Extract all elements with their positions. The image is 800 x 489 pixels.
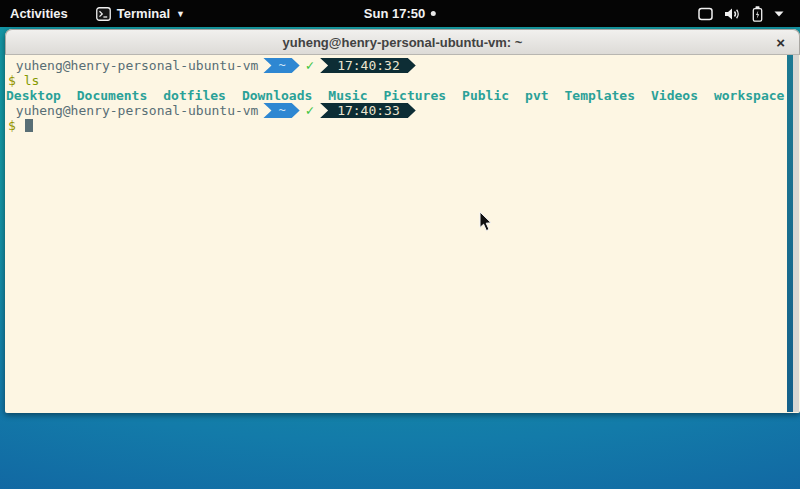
directory-entry: Downloads [242, 88, 312, 103]
system-menu[interactable] [698, 0, 784, 27]
directory-entry: Pictures [383, 88, 446, 103]
directory-entry: Music [328, 88, 367, 103]
shell-prompt: $ [6, 118, 24, 133]
chevron-down-icon [774, 11, 784, 17]
cwd-label: ~ [263, 58, 299, 73]
app-menu-label: Terminal [117, 6, 170, 21]
terminal-line: $ [6, 118, 787, 133]
activities-button[interactable]: Activities [10, 6, 68, 21]
cwd-segment: ~ [263, 103, 299, 118]
status-check-icon: ✓ [306, 103, 314, 118]
clock-button[interactable]: Sun 17:50 [364, 6, 436, 21]
status-check-icon: ✓ [306, 58, 314, 73]
app-menu[interactable]: Terminal ▼ [96, 6, 185, 21]
directory-entry: workspace [714, 88, 784, 103]
directory-entry: Documents [77, 88, 147, 103]
time-label: 17:40:33 [320, 103, 416, 118]
shell-prompt: $ [6, 73, 24, 88]
terminal-line: yuheng@henry-personal-ubuntu-vm~✓17:40:3… [6, 103, 787, 118]
notification-dot [431, 11, 436, 16]
time-segment: 17:40:33 [320, 103, 416, 118]
time-segment: 17:40:32 [320, 58, 416, 73]
directory-entry: dotfiles [163, 88, 226, 103]
close-button[interactable]: × [776, 33, 785, 53]
window-titlebar[interactable]: yuheng@henry-personal-ubuntu-vm: ~ × [5, 29, 800, 55]
command-text: ls [24, 73, 40, 88]
directory-entry: Videos [651, 88, 698, 103]
directory-entry: Desktop [6, 88, 61, 103]
display-icon [698, 7, 713, 21]
cwd-label: ~ [263, 103, 299, 118]
terminal-line: DesktopDocumentsdotfilesDownloadsMusicPi… [6, 88, 787, 103]
prompt-user-host: yuheng@henry-personal-ubuntu-vm [8, 103, 258, 118]
desktop: Activities Terminal ▼ Sun 17:50 [0, 0, 800, 489]
top-bar: Activities Terminal ▼ Sun 17:50 [0, 0, 800, 27]
cwd-segment: ~ [263, 58, 299, 73]
clock-label: Sun 17:50 [364, 6, 425, 21]
terminal-app-icon [96, 7, 111, 21]
directory-entry: pvt [525, 88, 548, 103]
terminal-line: yuheng@henry-personal-ubuntu-vm~✓17:40:3… [6, 58, 787, 73]
mouse-cursor [479, 211, 493, 232]
window-title: yuheng@henry-personal-ubuntu-vm: ~ [283, 35, 523, 50]
prompt-user-host: yuheng@henry-personal-ubuntu-vm [8, 58, 258, 73]
terminal-window: yuheng@henry-personal-ubuntu-vm: ~ × yuh… [5, 29, 800, 413]
terminal-content[interactable]: yuheng@henry-personal-ubuntu-vm~✓17:40:3… [6, 55, 787, 412]
cursor-block [25, 119, 33, 132]
directory-entry: Public [462, 88, 509, 103]
chevron-down-icon: ▼ [176, 10, 185, 19]
terminal-line: $ ls [6, 73, 787, 88]
battery-charging-icon [752, 6, 763, 22]
time-label: 17:40:32 [320, 58, 416, 73]
directory-entry: Templates [565, 88, 635, 103]
volume-icon [724, 7, 741, 21]
scrollbar-gutter [793, 55, 799, 412]
